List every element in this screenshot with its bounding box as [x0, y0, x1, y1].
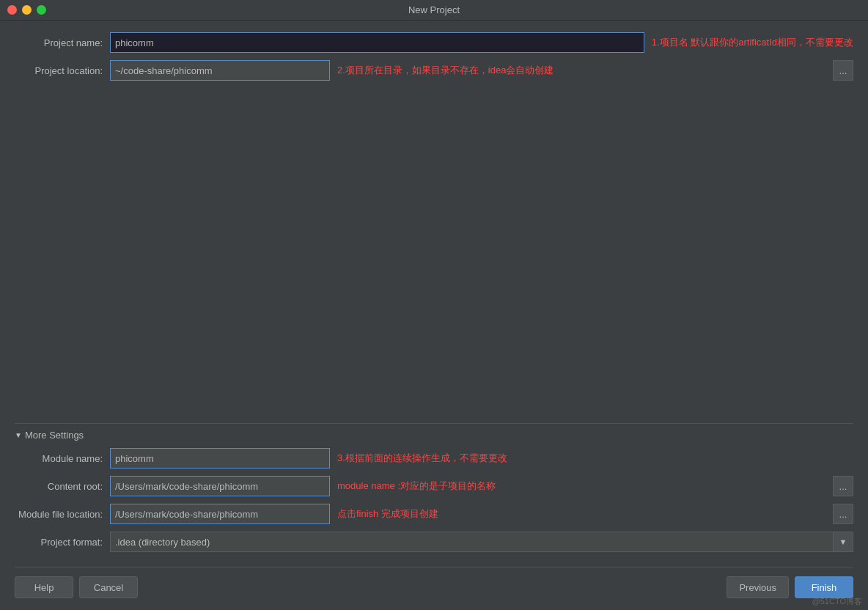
- module-name-label: Module name:: [15, 453, 110, 464]
- cancel-button[interactable]: Cancel: [79, 576, 138, 598]
- module-file-location-input-container: 点击finish 完成项目创建 ...: [110, 504, 853, 524]
- project-location-input-with-note: 2.项目所在目录，如果目录不存在，idea会自动创建: [110, 60, 827, 81]
- project-location-browse-button[interactable]: ...: [833, 60, 853, 81]
- content-root-row: Content root: module name :对应的是子项目的名称 ..…: [15, 476, 853, 496]
- project-name-input-container: 1.项目名 默认跟你的artificatId相同，不需要更改: [110, 32, 853, 53]
- close-button[interactable]: [7, 5, 17, 15]
- more-settings-label: More Settings: [25, 430, 84, 441]
- module-name-input-container: 3.根据前面的连续操作生成，不需要更改: [110, 448, 853, 468]
- module-file-location-input-with-note: 点击finish 完成项目创建: [110, 504, 827, 524]
- project-location-label: Project location:: [15, 65, 110, 76]
- project-name-input[interactable]: [110, 32, 644, 53]
- project-name-input-with-note: 1.项目名 默认跟你的artificatId相同，不需要更改: [110, 32, 853, 53]
- content-root-browse-button[interactable]: ...: [833, 476, 853, 496]
- title-bar: New Project: [0, 0, 868, 21]
- watermark: @51CTO博客: [812, 596, 862, 607]
- traffic-lights: [7, 5, 46, 15]
- module-file-location-note: 点击finish 完成项目创建: [337, 507, 438, 521]
- project-name-label: Project name:: [15, 37, 110, 48]
- new-project-window: New Project Project name: 1.项目名 默认跟你的art…: [0, 0, 868, 610]
- project-location-note: 2.项目所在目录，如果目录不存在，idea会自动创建: [337, 64, 553, 77]
- project-format-label: Project format:: [15, 537, 110, 548]
- project-location-input[interactable]: [110, 60, 330, 81]
- content-root-input-container: module name :对应的是子项目的名称 ...: [110, 476, 853, 496]
- project-location-input-container: 2.项目所在目录，如果目录不存在，idea会自动创建 ...: [110, 60, 853, 81]
- triangle-icon: ▼: [15, 431, 22, 439]
- content-root-input-with-note: module name :对应的是子项目的名称: [110, 476, 827, 496]
- module-file-location-browse-button[interactable]: ...: [833, 504, 853, 524]
- bottom-buttons: Help Cancel Previous Finish: [15, 567, 853, 610]
- content-root-input[interactable]: [110, 476, 330, 496]
- module-name-input-with-note: 3.根据前面的连续操作生成，不需要更改: [110, 448, 853, 468]
- more-settings-section: ▼ More Settings Module name: 3.根据前面的连续操作…: [15, 423, 853, 559]
- module-name-input[interactable]: [110, 448, 330, 468]
- help-button[interactable]: Help: [15, 576, 73, 598]
- finish-button[interactable]: Finish: [795, 576, 853, 598]
- module-file-location-label: Module file location:: [15, 509, 110, 520]
- bottom-right-buttons: Previous Finish: [727, 576, 853, 598]
- module-file-location-row: Module file location: 点击finish 完成项目创建 ..…: [15, 504, 853, 524]
- content-root-note: module name :对应的是子项目的名称: [337, 479, 496, 493]
- project-name-note: 1.项目名 默认跟你的artificatId相同，不需要更改: [652, 36, 853, 49]
- minimize-button[interactable]: [22, 5, 32, 15]
- project-format-row: Project format: .idea (directory based) …: [15, 532, 853, 552]
- bottom-left-buttons: Help Cancel: [15, 576, 138, 598]
- module-name-row: Module name: 3.根据前面的连续操作生成，不需要更改: [15, 448, 853, 468]
- previous-button[interactable]: Previous: [727, 576, 789, 598]
- project-format-select[interactable]: .idea (directory based): [110, 532, 853, 552]
- window-title: New Project: [408, 4, 460, 15]
- module-name-note: 3.根据前面的连续操作生成，不需要更改: [337, 452, 507, 465]
- maximize-button[interactable]: [37, 5, 46, 15]
- content-area: Project name: 1.项目名 默认跟你的artificatId相同，不…: [0, 21, 868, 610]
- middle-area: [15, 88, 853, 423]
- project-name-row: Project name: 1.项目名 默认跟你的artificatId相同，不…: [15, 32, 853, 53]
- project-location-row: Project location: 2.项目所在目录，如果目录不存在，idea会…: [15, 60, 853, 81]
- project-format-dropdown-container: .idea (directory based) ▼: [110, 532, 853, 552]
- module-file-location-input[interactable]: [110, 504, 330, 524]
- content-root-label: Content root:: [15, 481, 110, 492]
- more-settings-header[interactable]: ▼ More Settings: [15, 430, 853, 441]
